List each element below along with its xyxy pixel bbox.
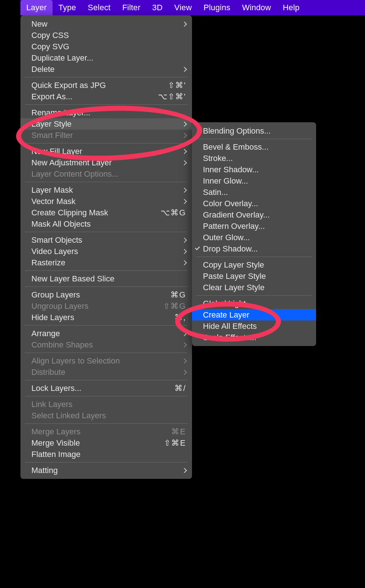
menu-item-label: Flatten Image [31,450,186,459]
layer-style-submenu-item-gradient-overlay[interactable]: Gradient Overlay... [192,209,316,220]
layer-menu-separator [25,396,188,396]
chevron-right-icon [182,358,187,363]
layer-style-submenu-item-clear-layer-style[interactable]: Clear Layer Style [192,282,316,293]
layer-style-submenu-item-bevel-emboss[interactable]: Bevel & Emboss... [192,141,316,153]
menubar-item-type[interactable]: Type [53,0,82,15]
menu-item-label: Merge Layers [31,427,148,437]
layer-style-submenu-item-color-overlay[interactable]: Color Overlay... [192,198,316,209]
layer-menu-item-merge-visible[interactable]: Merge Visible⇧⌘E [20,437,192,449]
menu-item-label: Inner Glow... [203,176,310,186]
layer-menu-separator [25,77,188,77]
menubar-item-window[interactable]: Window [236,0,277,15]
layer-menu-item-group-layers[interactable]: Group Layers⌘G [20,289,192,300]
layer-style-submenu-item-inner-glow[interactable]: Inner Glow... [192,175,316,187]
layer-menu-separator [25,423,188,424]
menubar-label: View [174,3,192,12]
menu-item-label: New Adjustment Layer [31,158,178,168]
menu-item-shortcut: ⇧⌘G [157,301,186,311]
layer-menu-item-new[interactable]: New [20,18,192,30]
menu-item-label: Smart Objects [31,235,178,245]
layer-menu-item-delete[interactable]: Delete [20,64,192,75]
menu-item-label: Link Layers [31,400,186,409]
layer-menu-item-new-adjustment-layer[interactable]: New Adjustment Layer [20,157,192,168]
layer-menu-item-vector-mask[interactable]: Vector Mask [20,196,192,207]
layer-menu-item-copy-svg[interactable]: Copy SVG [20,41,192,52]
layer-style-submenu-item-inner-shadow[interactable]: Inner Shadow... [192,164,316,175]
layer-menu-item-arrange[interactable]: Arrange [20,328,192,339]
layer-menu-item-smart-objects[interactable]: Smart Objects [20,234,192,246]
menubar-item-3d[interactable]: 3D [146,0,169,15]
menu-item-shortcut: ⇧⌘' [157,81,186,90]
chevron-right-icon [182,331,187,336]
layer-menu-separator [25,462,188,462]
layer-menu-separator [25,287,188,287]
chevron-right-icon [182,132,187,138]
menu-item-label: Smart Filter [31,131,178,140]
layer-style-submenu-item-paste-layer-style[interactable]: Paste Layer Style [192,270,316,282]
layer-style-submenu-item-satin[interactable]: Satin... [192,187,316,198]
layer-menu-item-smart-filter: Smart Filter [20,130,192,141]
layer-menu-item-create-clipping-mask[interactable]: Create Clipping Mask⌥⌘G [20,207,192,218]
layer-menu-separator [25,270,188,271]
layer-style-submenu-item-stroke[interactable]: Stroke... [192,153,316,164]
menu-item-label: Matting [31,466,178,475]
layer-menu-separator [25,232,188,232]
layer-style-submenu-separator [196,139,312,139]
layer-menu-item-matting[interactable]: Matting [20,465,192,476]
menubar-label: Plugins [204,3,231,12]
layer-style-submenu: Blending Options...Bevel & Emboss...Stro… [192,122,316,346]
layer-menu-item-rasterize[interactable]: Rasterize [20,257,192,268]
layer-menu-item-video-layers[interactable]: Video Layers [20,246,192,257]
layer-style-submenu-item-outer-glow[interactable]: Outer Glow... [192,232,316,243]
layer-menu-item-layer-mask[interactable]: Layer Mask [20,184,192,196]
layer-menu-item-rename-layer[interactable]: Rename Layer... [20,107,192,118]
menu-item-label: Delete [31,65,178,74]
layer-menu-item-copy-css[interactable]: Copy CSS [20,30,192,41]
menubar-item-filter[interactable]: Filter [116,0,146,15]
menu-item-label: Quick Export as JPG [31,81,148,90]
menubar-item-select[interactable]: Select [82,0,116,15]
menubar-item-view[interactable]: View [169,0,198,15]
menubar-item-layer[interactable]: Layer [20,0,53,15]
chevron-right-icon [182,21,187,26]
layer-menu-separator [25,143,188,143]
layer-style-submenu-item-drop-shadow[interactable]: Drop Shadow... [192,243,316,254]
layer-menu-item-mask-all-objects[interactable]: Mask All Objects [20,218,192,230]
menu-item-label: Global Light... [203,299,310,308]
menu-item-label: Gradient Overlay... [203,210,310,220]
menu-item-label: Combine Shapes [31,340,178,350]
layer-menu-separator [25,182,188,182]
layer-menu-item-align-layers-to-selection: Align Layers to Selection [20,355,192,366]
menu-item-label: Rasterize [31,258,178,268]
menu-item-label: Duplicate Layer... [31,53,186,63]
layer-style-submenu-item-hide-all-effects[interactable]: Hide All Effects [192,320,316,332]
menu-item-label: Drop Shadow... [203,244,310,254]
layer-style-submenu-item-global-light[interactable]: Global Light... [192,298,316,309]
layer-style-submenu-item-scale-effects[interactable]: Scale Effects... [192,332,316,343]
layer-menu-item-new-layer-based-slice[interactable]: New Layer Based Slice [20,273,192,284]
layer-style-submenu-item-blending-options[interactable]: Blending Options... [192,125,316,137]
menu-item-label: Merge Visible [31,438,148,448]
menubar-item-help[interactable]: Help [277,0,306,15]
menu-item-label: Layer Mask [31,185,178,195]
layer-menu-item-layer-style[interactable]: Layer Style [20,118,192,130]
layer-style-submenu-item-copy-layer-style[interactable]: Copy Layer Style [192,259,316,270]
layer-menu-separator [25,353,188,353]
layer-menu-item-lock-layers[interactable]: Lock Layers...⌘/ [20,383,192,394]
menubar-label: 3D [152,3,163,12]
menu-item-label: Scale Effects... [203,333,310,342]
chevron-right-icon [182,160,187,165]
layer-menu-item-export-as[interactable]: Export As...⌥⇧⌘' [20,91,192,102]
layer-menu-item-flatten-image[interactable]: Flatten Image [20,449,192,460]
menu-item-label: Ungroup Layers [31,301,148,311]
layer-menu: NewCopy CSSCopy SVGDuplicate Layer...Del… [20,15,192,479]
layer-style-submenu-item-pattern-overlay[interactable]: Pattern Overlay... [192,220,316,232]
layer-menu-item-duplicate-layer[interactable]: Duplicate Layer... [20,52,192,64]
menubar-item-plugins[interactable]: Plugins [198,0,237,15]
layer-menu-item-quick-export-as-jpg[interactable]: Quick Export as JPG⇧⌘' [20,80,192,91]
menubar-label: Layer [26,3,47,12]
menu-item-label: Create Layer [203,310,310,320]
layer-style-submenu-item-create-layer[interactable]: Create Layer [192,309,316,320]
layer-menu-item-hide-layers[interactable]: Hide Layers⌘, [20,312,192,323]
layer-menu-item-new-fill-layer[interactable]: New Fill Layer [20,146,192,157]
